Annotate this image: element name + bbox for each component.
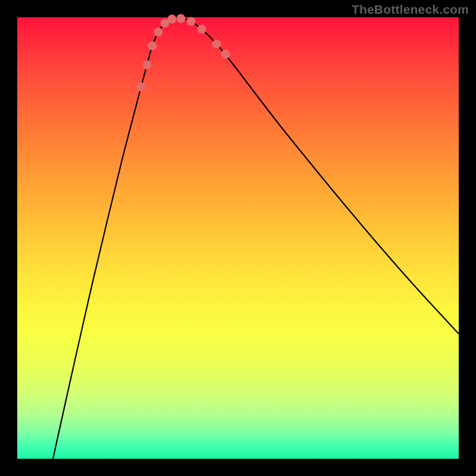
- data-marker: [148, 42, 157, 51]
- watermark-text: TheBottleneck.com: [352, 2, 469, 17]
- data-marker: [143, 61, 152, 70]
- data-marker: [177, 14, 186, 23]
- bottleneck-curve: [17, 17, 459, 459]
- data-marker: [154, 28, 163, 37]
- data-marker: [187, 17, 196, 26]
- chart-area: [17, 17, 459, 459]
- data-marker: [198, 25, 206, 34]
- data-marker: [212, 40, 221, 49]
- data-marker: [221, 50, 230, 59]
- data-marker: [137, 83, 146, 92]
- data-marker: [168, 15, 177, 24]
